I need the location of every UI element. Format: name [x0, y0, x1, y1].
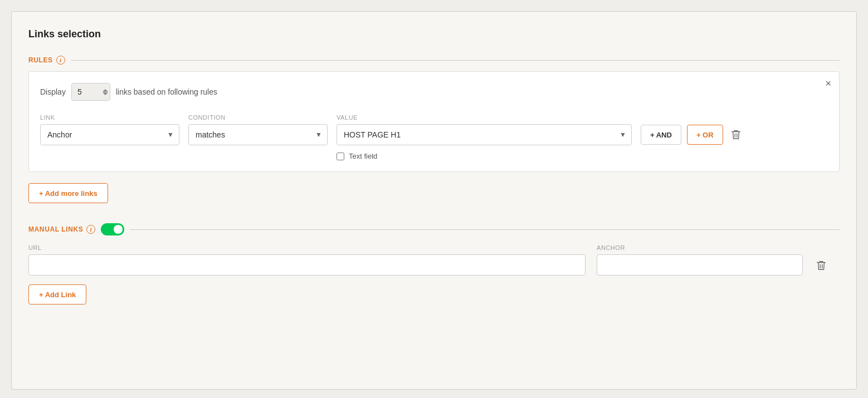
text-field-label: Text field: [349, 152, 377, 160]
manual-links-toggle[interactable]: [101, 223, 124, 235]
manual-fields: URL ANCHOR: [28, 244, 840, 276]
value-col: VALUE HOST PAGE H1 HOST PAGE TITLE HOST …: [337, 114, 632, 160]
condition-col-label: CONDITION: [188, 114, 328, 121]
link-select[interactable]: Anchor URL Title: [40, 124, 179, 145]
close-button[interactable]: ×: [825, 78, 831, 89]
rules-info-icon[interactable]: i: [56, 56, 65, 65]
rules-section-header: RULES i: [28, 56, 840, 65]
manual-links-section: MANUAL LINKS i URL ANCHOR: [28, 223, 840, 304]
condition-row-wrapper: LINK Anchor URL Title ▼ CONDITION: [40, 114, 828, 160]
manual-links-info-icon[interactable]: i: [86, 225, 95, 234]
condition-select-wrapper: matches contains starts with ▼: [188, 124, 328, 145]
delete-manual-link-button[interactable]: [814, 258, 828, 273]
or-button[interactable]: + OR: [687, 125, 723, 145]
url-field-group: URL: [28, 244, 586, 276]
anchor-input[interactable]: [597, 254, 803, 276]
page-container: Links selection RULES i × Display links …: [11, 11, 857, 390]
and-button[interactable]: + AND: [641, 125, 681, 145]
rules-box: × Display links based on following rules…: [28, 71, 840, 172]
value-select[interactable]: HOST PAGE H1 HOST PAGE TITLE HOST PAGE U…: [337, 124, 632, 145]
display-number-wrapper: [71, 83, 110, 101]
display-label: Display: [40, 87, 66, 96]
manual-links-section-line: [130, 229, 840, 230]
add-link-button[interactable]: + Add Link: [28, 284, 86, 304]
rules-section-line: [71, 60, 840, 61]
condition-col: CONDITION matches contains starts with ▼: [188, 114, 328, 145]
manual-links-header: MANUAL LINKS i: [28, 223, 840, 235]
toggle-knob: [114, 225, 123, 234]
page-title: Links selection: [28, 28, 840, 40]
condition-row: LINK Anchor URL Title ▼ CONDITION: [40, 114, 632, 160]
value-select-wrapper: HOST PAGE H1 HOST PAGE TITLE HOST PAGE U…: [337, 124, 632, 145]
rules-label: RULES i: [28, 56, 65, 65]
value-col-label: VALUE: [337, 114, 632, 121]
anchor-field-label: ANCHOR: [597, 244, 803, 251]
link-col: LINK Anchor URL Title ▼: [40, 114, 179, 145]
condition-select[interactable]: matches contains starts with: [188, 124, 328, 145]
delete-rule-button[interactable]: [729, 127, 743, 143]
anchor-field-group: ANCHOR: [597, 244, 803, 276]
display-row: Display links based on following rules: [40, 83, 828, 101]
text-field-checkbox[interactable]: [337, 153, 344, 160]
display-text: links based on following rules: [116, 87, 217, 96]
link-select-wrapper: Anchor URL Title ▼: [40, 124, 179, 145]
trash-icon-manual: [816, 260, 826, 271]
spinner-arrows: [103, 89, 108, 95]
url-input[interactable]: [28, 254, 586, 276]
spinner-up-arrow[interactable]: [103, 89, 108, 92]
link-col-label: LINK: [40, 114, 179, 121]
manual-links-label: MANUAL LINKS i: [28, 225, 95, 234]
rule-action-buttons: + AND + OR: [641, 125, 743, 160]
spinner-down-arrow[interactable]: [103, 92, 108, 95]
add-more-links-button[interactable]: + Add more links: [28, 183, 108, 203]
text-field-row: Text field: [337, 152, 632, 160]
trash-icon: [731, 129, 741, 140]
url-field-label: URL: [28, 244, 586, 251]
